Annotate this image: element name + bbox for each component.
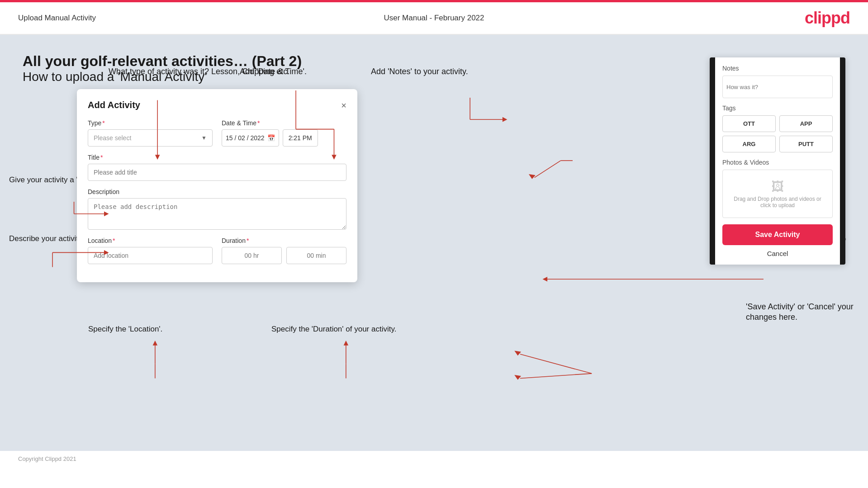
svg-marker-15 (153, 341, 158, 346)
tag-app[interactable]: APP (779, 115, 833, 132)
svg-marker-18 (344, 341, 349, 346)
page-title: Upload Manual Activity (18, 14, 96, 23)
annotation-duration: Specify the 'Duration' of your activity. (271, 324, 396, 334)
description-group: Description (88, 188, 346, 230)
photos-section-title: Photos & Videos (722, 159, 833, 166)
type-datetime-row: Type* Please select ▼ Date & Time* 15 / … (88, 119, 346, 147)
description-label: Description (88, 188, 346, 195)
annotation-location: Specify the 'Location'. (88, 324, 162, 334)
title-field-label: Title* (88, 154, 346, 161)
datetime-group: Date & Time* 15 / 02 / 2022 📅 2:21 PM (222, 119, 346, 147)
svg-marker-21 (503, 117, 508, 122)
svg-line-23 (535, 161, 561, 177)
annotation-save: 'Save Activity' or 'Cancel' your changes… (746, 302, 859, 323)
modal-close-button[interactable]: × (341, 101, 346, 110)
manual-subtitle: User Manual - February 2022 (384, 14, 484, 23)
chevron-down-icon: ▼ (201, 135, 207, 141)
photo-drop-zone[interactable]: 🖼 Drag and Drop photos and videos or cli… (722, 170, 833, 218)
type-group: Type* Please select ▼ (88, 119, 213, 147)
save-activity-button[interactable]: Save Activity (722, 224, 833, 245)
modal-header: Add Activity × (88, 100, 346, 110)
type-select[interactable]: Please select ▼ (88, 129, 213, 147)
annotation-notes: Add 'Notes' to your activity. (371, 66, 468, 77)
svg-marker-26 (543, 277, 548, 282)
location-group: Location* (88, 237, 213, 264)
duration-min-input[interactable] (286, 247, 346, 264)
tags-section-title: Tags (722, 104, 833, 112)
top-bar: Upload Manual Activity User Manual - Feb… (0, 2, 868, 35)
phone-panel: Notes Tags OTT APP ARG PUTT Photos & Vid… (710, 57, 845, 265)
tags-grid: OTT APP ARG PUTT (722, 115, 833, 152)
add-activity-modal: Add Activity × Type* Please select ▼ Dat… (77, 89, 357, 282)
logo: clippd (805, 9, 850, 28)
location-duration-row: Location* Duration* (88, 237, 346, 264)
tag-arg[interactable]: ARG (722, 136, 776, 152)
main-content: All your golf-relevant activities… (Part… (0, 35, 868, 451)
modal-title: Add Activity (88, 100, 140, 110)
calendar-icon: 📅 (267, 134, 275, 142)
title-group: Title* (88, 154, 346, 181)
svg-marker-28 (514, 351, 521, 356)
copyright-text: Copyright Clippd 2021 (18, 455, 76, 462)
date-input[interactable]: 15 / 02 / 2022 📅 (222, 129, 279, 147)
notes-section-title: Notes (722, 65, 833, 72)
type-label: Type* (88, 119, 213, 127)
duration-hr-input[interactable] (222, 247, 282, 264)
duration-group: Duration* (222, 237, 346, 264)
description-input[interactable] (88, 198, 346, 230)
notes-input[interactable] (722, 76, 833, 98)
annotation-date-time: Add 'Date & Time'. (240, 66, 307, 77)
duration-label-field: Duration* (222, 237, 346, 244)
location-label: Location* (88, 237, 213, 244)
photo-icon: 🖼 (732, 179, 823, 194)
cancel-button[interactable]: Cancel (722, 250, 833, 257)
datetime-label: Date & Time* (222, 119, 346, 127)
tag-ott[interactable]: OTT (722, 115, 776, 132)
tag-putt[interactable]: PUTT (779, 136, 833, 152)
time-input[interactable]: 2:21 PM (283, 129, 318, 147)
annotation-description: Describe your activity. (9, 234, 84, 244)
svg-marker-30 (514, 375, 521, 380)
svg-marker-24 (529, 174, 536, 179)
date-time-inputs: 15 / 02 / 2022 📅 2:21 PM (222, 129, 346, 147)
svg-line-27 (520, 354, 592, 374)
duration-inputs (222, 247, 346, 264)
footer: Copyright Clippd 2021 (0, 451, 868, 467)
location-input[interactable] (88, 247, 213, 264)
photo-drop-text: Drag and Drop photos and videos or click… (732, 196, 823, 208)
svg-line-29 (520, 374, 592, 379)
title-input[interactable] (88, 164, 346, 181)
